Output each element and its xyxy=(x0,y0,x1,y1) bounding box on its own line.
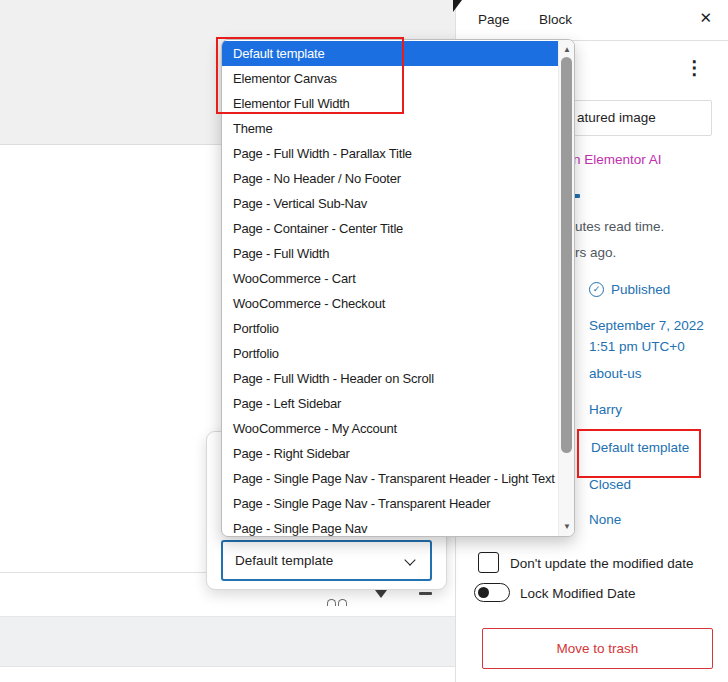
dropdown-option[interactable]: WooCommerce - Cart xyxy=(222,266,558,291)
slug-link[interactable]: about-us xyxy=(589,366,642,381)
dropdown-option[interactable]: Page - Single Page Nav - Transparent Hea… xyxy=(222,491,558,516)
editor-screen: Page Block ✕ ⋮ atured image n Elementor … xyxy=(0,0,728,682)
status-link[interactable]: Published xyxy=(611,282,670,297)
updated-ago-text: rs ago. xyxy=(575,245,616,260)
dropdown-option[interactable]: Page - Single Page Nav xyxy=(222,516,558,536)
scroll-down-icon[interactable]: ▼ xyxy=(559,519,575,534)
template-select[interactable]: Default template xyxy=(221,540,432,581)
dropdown-option[interactable]: Page - Full Width - Parallax Title xyxy=(222,141,558,166)
annotation-box-dropdown xyxy=(216,37,404,114)
clipped-dash-icon xyxy=(419,592,432,595)
dont-update-checkbox[interactable] xyxy=(478,552,499,573)
lock-modified-label: Lock Modified Date xyxy=(520,586,636,601)
dont-update-label: Don't update the modified date xyxy=(510,556,693,571)
dropdown-scrollbar[interactable]: ▲ ▼ xyxy=(558,40,574,536)
sidebar-tab-bar: Page Block ✕ xyxy=(456,0,728,41)
dropdown-option[interactable]: Portfolio xyxy=(222,341,558,366)
chevron-down-icon xyxy=(404,554,415,565)
dropdown-option[interactable]: Portfolio xyxy=(222,316,558,341)
kebab-menu-icon[interactable]: ⋮ xyxy=(685,58,704,78)
scrollbar-thumb[interactable] xyxy=(561,57,572,453)
annotation-box-template-link xyxy=(577,429,701,478)
dropdown-option[interactable]: Page - Single Page Nav - Transparent Hea… xyxy=(222,466,558,491)
read-time-text: utes read time. xyxy=(575,219,664,234)
check-circle-icon: ✓ xyxy=(589,282,604,297)
scroll-up-icon[interactable]: ▲ xyxy=(559,42,575,57)
publish-date-link[interactable]: September 7, 20221:51 pm UTC+0 xyxy=(589,315,704,357)
canvas-divider xyxy=(0,572,206,573)
clipped-glyph-arcs xyxy=(327,592,347,610)
dropdown-option[interactable]: WooCommerce - Checkout xyxy=(222,291,558,316)
dropdown-option[interactable]: Page - Full Width - Header on Scroll xyxy=(222,366,558,391)
elementor-ai-link[interactable]: n Elementor AI xyxy=(573,152,662,167)
editor-canvas-footer-band xyxy=(0,616,455,667)
dropdown-option[interactable]: Page - Right Sidebar xyxy=(222,441,558,466)
lock-modified-toggle[interactable] xyxy=(474,583,510,602)
author-link[interactable]: Harry xyxy=(589,402,622,417)
toggle-knob xyxy=(478,587,489,598)
dropdown-option[interactable]: Page - Left Sidebar xyxy=(222,391,558,416)
tab-block[interactable]: Block xyxy=(539,12,572,27)
clipped-triangle-icon xyxy=(375,590,387,598)
dropdown-option[interactable]: Page - Vertical Sub-Nav xyxy=(222,191,558,216)
featured-image-label: atured image xyxy=(577,110,656,125)
close-icon[interactable]: ✕ xyxy=(699,9,712,27)
tab-page[interactable]: Page xyxy=(478,12,510,27)
parent-link[interactable]: None xyxy=(589,512,621,527)
dropdown-option[interactable]: WooCommerce - My Account xyxy=(222,416,558,441)
dropdown-option-list: Default template Elementor Canvas Elemen… xyxy=(222,40,558,536)
discussion-link[interactable]: Closed xyxy=(589,477,631,492)
dropdown-option[interactable]: Page - Full Width xyxy=(222,241,558,266)
dropdown-option[interactable]: Page - No Header / No Footer xyxy=(222,166,558,191)
template-select-value: Default template xyxy=(235,553,333,568)
dropdown-option[interactable]: Theme xyxy=(222,116,558,141)
move-to-trash-button[interactable]: Move to trash xyxy=(482,628,713,669)
dropdown-option[interactable]: Page - Container - Center Title xyxy=(222,216,558,241)
